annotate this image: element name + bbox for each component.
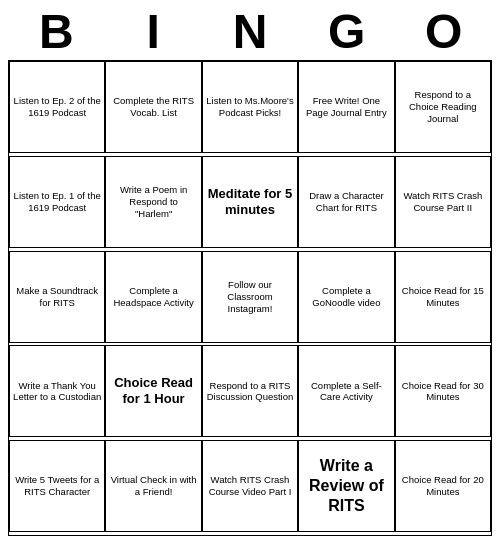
bingo-letter-g: G xyxy=(298,8,395,56)
bingo-cell-0[interactable]: Listen to Ep. 2 of the 1619 Podcast xyxy=(9,61,105,153)
bingo-cell-5[interactable]: Listen to Ep. 1 of the 1619 Podcast xyxy=(9,156,105,248)
bingo-cell-11[interactable]: Complete a Headspace Activity xyxy=(105,251,201,343)
bingo-cell-7[interactable]: Meditate for 5 minutes xyxy=(202,156,298,248)
bingo-cell-16[interactable]: Choice Read for 1 Hour xyxy=(105,345,201,437)
bingo-cell-23[interactable]: Write a Review of RITS xyxy=(298,440,394,532)
bingo-cell-13[interactable]: Complete a GoNoodle video xyxy=(298,251,394,343)
bingo-cell-15[interactable]: Write a Thank You Letter to a Custodian xyxy=(9,345,105,437)
bingo-letter-i: I xyxy=(105,8,202,56)
bingo-cell-21[interactable]: Virtual Check in with a Friend! xyxy=(105,440,201,532)
bingo-cell-17[interactable]: Respond to a RITS Discussion Question xyxy=(202,345,298,437)
bingo-letter-n: N xyxy=(202,8,299,56)
bingo-cell-6[interactable]: Write a Poem in Respond to "Harlem" xyxy=(105,156,201,248)
bingo-cell-20[interactable]: Write 5 Tweets for a RITS Character xyxy=(9,440,105,532)
bingo-cell-4[interactable]: Respond to a Choice Reading Journal xyxy=(395,61,491,153)
bingo-cell-19[interactable]: Choice Read for 30 Minutes xyxy=(395,345,491,437)
bingo-cell-9[interactable]: Watch RITS Crash Course Part II xyxy=(395,156,491,248)
bingo-grid: Listen to Ep. 2 of the 1619 PodcastCompl… xyxy=(8,60,492,536)
bingo-cell-2[interactable]: Listen to Ms.Moore's Podcast Picks! xyxy=(202,61,298,153)
bingo-cell-22[interactable]: Watch RITS Crash Course Video Part I xyxy=(202,440,298,532)
bingo-letter-o: O xyxy=(395,8,492,56)
bingo-cell-8[interactable]: Draw a Character Chart for RITS xyxy=(298,156,394,248)
bingo-letter-b: B xyxy=(8,8,105,56)
bingo-cell-24[interactable]: Choice Read for 20 Minutes xyxy=(395,440,491,532)
bingo-header: BINGO xyxy=(8,8,492,56)
bingo-cell-14[interactable]: Choice Read for 15 Minutes xyxy=(395,251,491,343)
bingo-cell-12[interactable]: Follow our Classroom Instagram! xyxy=(202,251,298,343)
bingo-cell-3[interactable]: Free Write! One Page Journal Entry xyxy=(298,61,394,153)
bingo-cell-10[interactable]: Make a Soundtrack for RITS xyxy=(9,251,105,343)
bingo-cell-18[interactable]: Complete a Self-Care Activity xyxy=(298,345,394,437)
bingo-cell-1[interactable]: Complete the RITS Vocab. List xyxy=(105,61,201,153)
